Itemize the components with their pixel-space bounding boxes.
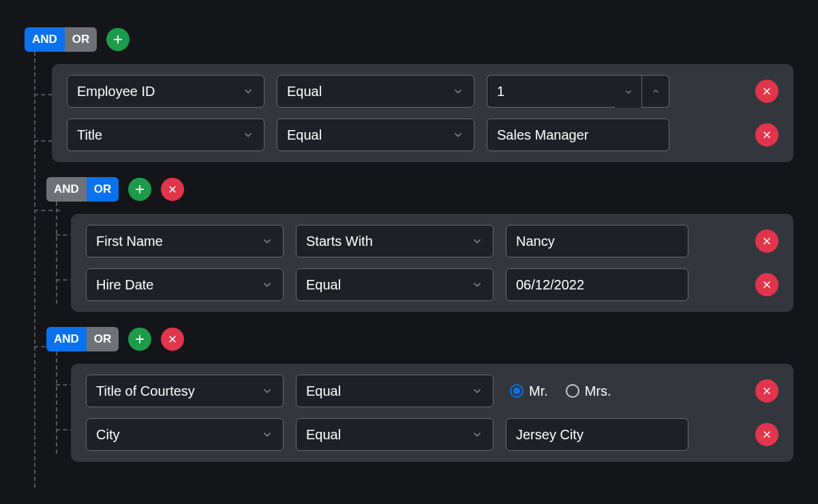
- rule-row: Title Equal Sales Manager: [67, 119, 778, 151]
- connector-and[interactable]: AND: [46, 177, 87, 202]
- operator-select[interactable]: Starts With: [296, 225, 494, 257]
- operator-select[interactable]: Equal: [296, 268, 494, 301]
- delete-rule-button[interactable]: [755, 273, 778, 296]
- radio-label: Mrs.: [585, 383, 611, 399]
- value-text: Sales Manager: [497, 127, 589, 143]
- query-builder: AND OR Employee ID Equal 1: [25, 27, 793, 462]
- connector-toggle[interactable]: AND OR: [46, 327, 119, 351]
- radio-dot-icon: [510, 384, 524, 398]
- chevron-down-icon: [471, 385, 483, 397]
- connector-and[interactable]: AND: [25, 27, 65, 52]
- sub-group: AND OR Title of Courtesy Equal: [25, 327, 793, 462]
- value-text: Jersey City: [516, 427, 584, 443]
- field-label: City: [96, 427, 119, 443]
- delete-rule-button[interactable]: [755, 423, 778, 446]
- operator-label: Equal: [306, 277, 341, 293]
- field-label: Hire Date: [96, 277, 153, 293]
- operator-select[interactable]: Equal: [296, 418, 494, 451]
- value-text-input[interactable]: Jersey City: [506, 418, 688, 451]
- rule-row: Title of Courtesy Equal Mr. Mrs.: [86, 375, 778, 407]
- field-label: First Name: [96, 234, 163, 249]
- field-select[interactable]: Title: [67, 119, 264, 151]
- number-input-wrap: 1: [487, 75, 669, 108]
- radio-dot-icon: [566, 384, 579, 398]
- connector-or[interactable]: OR: [87, 177, 119, 202]
- add-rule-button[interactable]: [128, 328, 151, 351]
- spin-up-button[interactable]: [642, 75, 669, 108]
- value-date-input[interactable]: 06/12/2022: [506, 268, 688, 301]
- connector-or[interactable]: OR: [87, 327, 119, 351]
- value-text: 06/12/2022: [516, 277, 584, 293]
- chevron-down-icon: [242, 85, 254, 97]
- value-radio-group: Mr. Mrs.: [506, 375, 688, 407]
- chevron-down-icon: [471, 235, 483, 247]
- rules-panel-sub: First Name Starts With Nancy Hire Date: [71, 214, 793, 312]
- field-label: Title of Courtesy: [96, 383, 195, 399]
- chevron-down-icon: [242, 129, 254, 141]
- connector-and[interactable]: AND: [46, 327, 87, 351]
- delete-rule-button[interactable]: [755, 80, 778, 103]
- field-select[interactable]: Employee ID: [67, 75, 264, 108]
- group-header-root: AND OR: [25, 27, 793, 52]
- field-label: Title: [77, 127, 102, 143]
- operator-label: Equal: [287, 84, 322, 99]
- operator-select[interactable]: Equal: [277, 75, 474, 108]
- value-text-input[interactable]: Nancy: [506, 225, 688, 257]
- connector-toggle[interactable]: AND OR: [25, 27, 97, 52]
- sub-group: AND OR First Name Starts With: [25, 177, 793, 312]
- delete-group-button[interactable]: [161, 178, 184, 201]
- delete-rule-button[interactable]: [755, 379, 778, 403]
- field-label: Employee ID: [77, 84, 155, 99]
- chevron-down-icon: [452, 129, 464, 141]
- delete-group-button[interactable]: [161, 328, 184, 351]
- spin-down-button[interactable]: [615, 75, 642, 108]
- value-text: 1: [497, 84, 504, 99]
- field-select[interactable]: Hire Date: [86, 268, 284, 301]
- rule-row: First Name Starts With Nancy: [86, 225, 778, 257]
- chevron-down-icon: [471, 279, 483, 291]
- value-text: Nancy: [516, 234, 555, 249]
- operator-select[interactable]: Equal: [296, 375, 494, 407]
- delete-rule-button[interactable]: [755, 230, 778, 253]
- field-select[interactable]: Title of Courtesy: [86, 375, 284, 407]
- chevron-down-icon: [452, 85, 464, 97]
- rules-panel-root: Employee ID Equal 1 Ti: [52, 64, 793, 162]
- rule-row: Employee ID Equal 1: [67, 75, 778, 108]
- chevron-down-icon: [261, 428, 273, 441]
- operator-label: Equal: [287, 127, 322, 143]
- value-text-input[interactable]: Sales Manager: [487, 119, 669, 151]
- chevron-down-icon: [261, 279, 273, 291]
- radio-option-mr[interactable]: Mr.: [510, 383, 548, 399]
- group-header-sub: AND OR: [46, 177, 793, 202]
- chevron-down-icon: [261, 385, 273, 397]
- add-rule-button[interactable]: [128, 178, 151, 201]
- radio-label: Mr.: [529, 383, 548, 399]
- field-select[interactable]: First Name: [86, 225, 284, 257]
- rule-row: Hire Date Equal 06/12/2022: [86, 268, 778, 301]
- field-select[interactable]: City: [86, 418, 284, 451]
- connector-toggle[interactable]: AND OR: [46, 177, 119, 202]
- chevron-down-icon: [261, 235, 273, 247]
- operator-label: Equal: [306, 383, 341, 399]
- chevron-down-icon: [471, 428, 483, 441]
- value-number-input[interactable]: 1: [487, 75, 615, 108]
- delete-rule-button[interactable]: [755, 123, 778, 146]
- operator-label: Equal: [306, 427, 341, 443]
- connector-or[interactable]: OR: [65, 27, 97, 52]
- operator-select[interactable]: Equal: [277, 119, 474, 151]
- operator-label: Starts With: [306, 234, 373, 249]
- add-rule-button[interactable]: [106, 28, 130, 51]
- rule-row: City Equal Jersey City: [86, 418, 778, 451]
- rules-panel-sub: Title of Courtesy Equal Mr. Mrs.: [71, 364, 793, 462]
- radio-option-mrs[interactable]: Mrs.: [566, 383, 611, 399]
- group-header-sub: AND OR: [46, 327, 793, 351]
